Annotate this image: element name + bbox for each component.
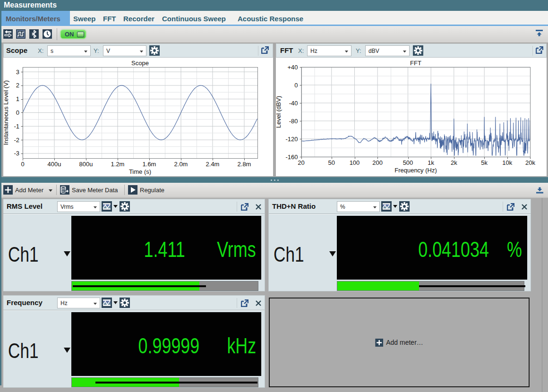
svg-text:20: 20: [298, 159, 304, 166]
svg-text:-40: -40: [289, 100, 298, 107]
svg-text:400u: 400u: [48, 161, 61, 168]
svg-text:1k: 1k: [428, 159, 434, 166]
svg-text:2: 2: [16, 82, 19, 89]
svg-text:1.6m: 1.6m: [143, 161, 156, 168]
svg-text:FFT: FFT: [410, 60, 421, 67]
svg-text:2k: 2k: [451, 159, 457, 166]
svg-text:Instantaneous Level (V): Instantaneous Level (V): [3, 80, 9, 145]
svg-text:2.4m: 2.4m: [206, 161, 220, 168]
svg-text:+40: +40: [287, 64, 298, 71]
svg-text:0: 0: [16, 109, 19, 116]
svg-text:5k: 5k: [481, 159, 488, 166]
svg-text:Level (dBV): Level (dBV): [276, 96, 282, 128]
svg-text:0: 0: [21, 161, 24, 168]
svg-text:100: 100: [350, 159, 360, 166]
svg-text:1.2m: 1.2m: [111, 161, 125, 168]
svg-text:-120: -120: [285, 136, 298, 143]
svg-text:-3: -3: [14, 150, 19, 157]
svg-text:800u: 800u: [79, 161, 93, 168]
svg-text:2.0m: 2.0m: [174, 161, 188, 168]
svg-text:200: 200: [372, 159, 383, 166]
svg-text:10k: 10k: [502, 159, 512, 166]
svg-text:-1: -1: [14, 123, 19, 130]
svg-text:2.8m: 2.8m: [238, 161, 251, 168]
svg-text:-160: -160: [285, 153, 298, 161]
svg-text:20k: 20k: [525, 159, 535, 166]
svg-text:50: 50: [328, 159, 335, 166]
svg-text:Frequency (Hz): Frequency (Hz): [394, 167, 437, 174]
svg-text:500: 500: [403, 159, 413, 166]
svg-text:Time (s): Time (s): [129, 168, 151, 175]
svg-text:-2: -2: [14, 136, 19, 144]
svg-text:-80: -80: [289, 118, 298, 125]
svg-text:0: 0: [294, 82, 298, 89]
svg-text:Scope: Scope: [131, 60, 149, 67]
svg-text:1: 1: [16, 95, 19, 102]
svg-text:3: 3: [16, 68, 19, 76]
